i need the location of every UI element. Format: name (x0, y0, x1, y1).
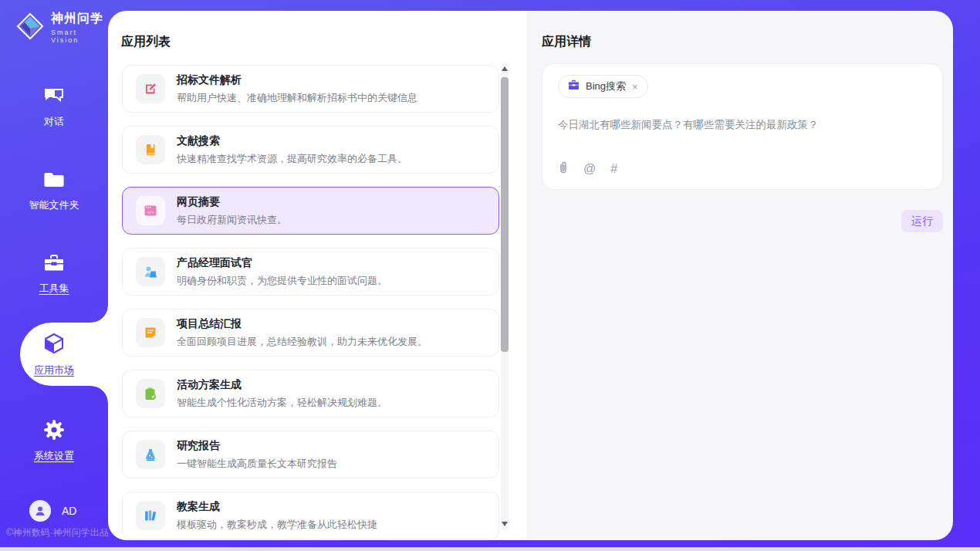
app-title: 文献搜索 (177, 134, 407, 148)
app-desc: 明确身份和职责，为您提供专业性的面试问题。 (177, 274, 387, 288)
scroll-down-icon[interactable] (502, 522, 508, 526)
briefcase-icon (568, 79, 580, 93)
app-card-bid-parsing[interactable]: 招标文件解析 帮助用户快速、准确地理解和解析招标书中的关键信息 (122, 65, 499, 113)
books-icon (136, 501, 165, 530)
app-card-pm-interviewer[interactable]: 产品经理面试官 明确身份和职责，为您提供专业性的面试问题。 (122, 248, 499, 296)
app-card-research-report[interactable]: 研究报告 一键智能生成高质量长文本研究报告 (122, 431, 499, 478)
sidebar-item-label: 应用市场 (34, 364, 74, 376)
user-avatar-icon (29, 500, 51, 522)
app-desc: 智能生成个性化活动方案，轻松解决规划难题。 (177, 396, 387, 410)
user-account[interactable]: AD (29, 500, 76, 522)
app-card-literature-search[interactable]: 文献搜索 快速精准查找学术资源，提高研究效率的必备工具。 (122, 126, 499, 174)
app-card-lesson-plan[interactable]: 教案生成 模板驱动，教案秒成，教学准备从此轻松快捷 (122, 492, 499, 539)
app-title: 项目总结汇报 (177, 317, 427, 331)
app-desc: 快速精准查找学术资源，提高研究效率的必备工具。 (177, 152, 407, 166)
clipboard-check-icon (136, 379, 165, 408)
app-title: 网页摘要 (177, 195, 287, 209)
attachment-toolbar: @ # (558, 161, 617, 177)
sidebar-item-folders[interactable]: 智能文件夹 (0, 170, 108, 212)
copyright-footer: ©神州数码·神州问学出品 (6, 526, 109, 539)
svg-text:</>: </> (147, 210, 154, 215)
brand-logo: 神州问学 Smart Vision (15, 11, 108, 44)
cube-icon (0, 332, 108, 358)
app-list-panel: 应用列表 招标文件解析 帮助用户快速、准确地理解和解析招标书中的关键信息 (108, 11, 527, 540)
scrollbar-thumb[interactable] (501, 77, 509, 352)
tool-chip-bing-search[interactable]: Bing搜索 × (558, 75, 648, 98)
interviewer-icon (136, 257, 165, 286)
app-desc: 每日政府新闻资讯快查。 (177, 213, 287, 227)
sidebar-item-toolset[interactable]: 工具集 (0, 253, 108, 296)
brand-subtitle: Smart Vision (51, 29, 108, 44)
run-button[interactable]: 运行 (901, 210, 943, 232)
scrollbar[interactable] (501, 63, 509, 529)
sidebar-item-label: 工具集 (39, 282, 69, 294)
app-title: 教案生成 (177, 500, 377, 514)
app-desc: 模板驱动，教案秒成，教学准备从此轻松快捷 (177, 518, 377, 532)
app-desc: 全面回顾项目进展，总结经验教训，助力未来优化发展。 (177, 335, 427, 349)
browser-code-icon: </> (136, 196, 165, 225)
sidebar-item-app-market[interactable]: 应用市场 (0, 332, 108, 377)
mention-icon[interactable]: @ (583, 163, 596, 175)
gem-logo-icon (15, 12, 45, 44)
window-bottom-edge (0, 547, 980, 551)
user-name: AD (62, 505, 76, 517)
sidebar-item-label: 智能文件夹 (29, 199, 79, 211)
toolbox-icon (0, 253, 108, 276)
close-icon[interactable]: × (632, 81, 638, 93)
brand-name: 神州问学 (51, 11, 108, 27)
query-text[interactable]: 今日湖北有哪些新闻要点？有哪些需要关注的最新政策？ (558, 118, 927, 132)
app-list-title: 应用列表 (121, 34, 171, 50)
sidebar-item-label: 对话 (44, 116, 64, 127)
paperclip-icon[interactable] (558, 161, 569, 177)
app-card-project-summary[interactable]: 项目总结汇报 全面回顾项目进展，总结经验教训，助力未来优化发展。 (122, 309, 499, 357)
folder-icon (0, 170, 108, 193)
app-card-list: 招标文件解析 帮助用户快速、准确地理解和解析招标书中的关键信息 文献搜索 快速精… (122, 65, 499, 540)
book-icon (136, 135, 165, 164)
sidebar-item-chat[interactable]: 对话 (0, 86, 108, 129)
prompt-card: Bing搜索 × 今日湖北有哪些新闻要点？有哪些需要关注的最新政策？ @ # (542, 63, 943, 190)
edit-square-icon (136, 74, 165, 103)
hashtag-icon[interactable]: # (610, 163, 617, 175)
sidebar: 神州问学 Smart Vision 对话 智能文件夹 工具集 (0, 0, 108, 551)
app-title: 产品经理面试官 (177, 256, 387, 270)
sidebar-item-settings[interactable]: 系统设置 (0, 419, 108, 463)
app-detail-title: 应用详情 (542, 34, 591, 50)
app-desc: 一键智能生成高质量长文本研究报告 (177, 457, 337, 471)
app-detail-panel: 应用详情 Bing搜索 × 今日湖北有哪些新闻要点？有哪些需要关注的最新政策？ (527, 11, 953, 540)
note-icon (136, 318, 165, 347)
tool-chip-label: Bing搜索 (586, 79, 626, 93)
app-desc: 帮助用户快速、准确地理解和解析招标书中的关键信息 (177, 91, 417, 105)
chat-icon (0, 86, 108, 110)
app-card-event-plan[interactable]: 活动方案生成 智能生成个性化活动方案，轻松解决规划难题。 (122, 370, 499, 417)
sidebar-item-label: 系统设置 (34, 450, 74, 461)
app-card-web-summary[interactable]: </> 网页摘要 每日政府新闻资讯快查。 (122, 187, 499, 235)
gear-icon (0, 419, 108, 444)
app-title: 研究报告 (177, 439, 337, 453)
scroll-up-icon[interactable] (502, 66, 508, 71)
app-title: 招标文件解析 (177, 73, 417, 87)
app-title: 活动方案生成 (177, 378, 387, 392)
research-icon (136, 440, 165, 469)
